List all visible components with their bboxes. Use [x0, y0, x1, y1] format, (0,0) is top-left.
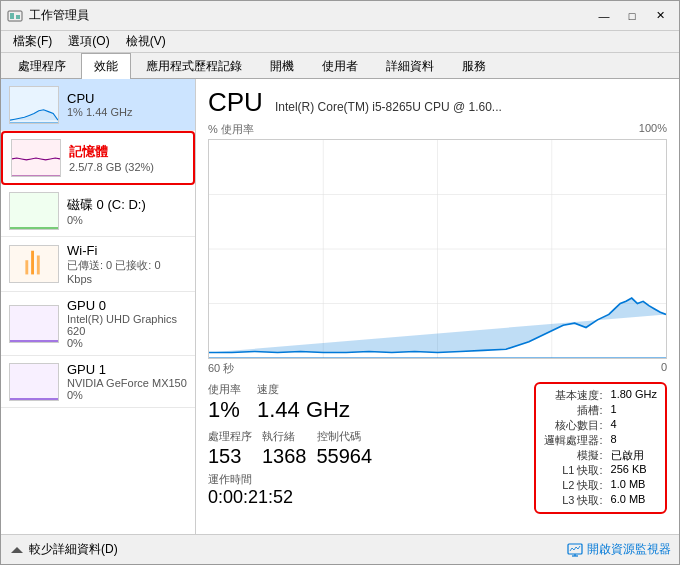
- memory-sidebar-name: 記憶體: [69, 143, 185, 161]
- virtualization-key: 模擬:: [544, 448, 602, 463]
- tab-bar: 處理程序 效能 應用程式歷程記錄 開機 使用者 詳細資料 服務: [1, 53, 679, 79]
- cores-val: 4: [611, 418, 657, 433]
- close-button[interactable]: ✕: [647, 6, 673, 26]
- l1-key: L1 快取:: [544, 463, 602, 478]
- processes-value: 153: [208, 444, 252, 468]
- sidebar-item-cpu[interactable]: CPU 1% 1.44 GHz: [1, 79, 195, 131]
- threads-value: 1368: [262, 444, 307, 468]
- l1-val: 256 KB: [611, 463, 657, 478]
- cpu-sidebar-detail: 1% 1.44 GHz: [67, 106, 187, 118]
- gpu1-sidebar-detail: NVIDIA GeForce MX150: [67, 377, 187, 389]
- disk-mini-graph: [9, 192, 59, 230]
- svg-marker-12: [11, 547, 23, 553]
- svg-rect-3: [31, 251, 34, 275]
- processes-label: 處理程序: [208, 429, 252, 444]
- processes-stat: 處理程序 153: [208, 429, 252, 468]
- sidebar-item-gpu1[interactable]: GPU 1 NVIDIA GeForce MX150 0%: [1, 356, 195, 408]
- wifi-sidebar-name: Wi-Fi: [67, 243, 187, 258]
- gpu1-sidebar-name: GPU 1: [67, 362, 187, 377]
- sockets-val: 1: [611, 403, 657, 418]
- l3-key: L3 快取:: [544, 493, 602, 508]
- disk-sidebar-name: 磁碟 0 (C: D:): [67, 196, 187, 214]
- panel-title: CPU: [208, 87, 263, 118]
- right-panel: CPU Intel(R) Core(TM) i5-8265U CPU @ 1.6…: [196, 79, 679, 534]
- open-monitor-button[interactable]: 開啟資源監視器: [567, 541, 671, 558]
- gpu0-sidebar-detail2: 0%: [67, 337, 187, 349]
- sidebar-item-gpu0[interactable]: GPU 0 Intel(R) UHD Graphics 620 0%: [1, 292, 195, 356]
- main-content: CPU 1% 1.44 GHz 記憶體 2.5/7.8 GB (32%): [1, 79, 679, 534]
- y-axis-label: % 使用率: [208, 122, 254, 137]
- handles-label: 控制代碼: [317, 429, 373, 444]
- wifi-mini-graph: [9, 245, 59, 283]
- base-speed-val: 1.80 GHz: [611, 388, 657, 403]
- tab-services[interactable]: 服務: [449, 53, 499, 79]
- speed-value: 1.44 GHz: [257, 397, 350, 423]
- disk-sidebar-info: 磁碟 0 (C: D:) 0%: [67, 196, 187, 226]
- menu-file[interactable]: 檔案(F): [5, 31, 60, 52]
- gpu1-sidebar-detail2: 0%: [67, 389, 187, 401]
- time-right: 0: [661, 361, 667, 376]
- less-detail-button[interactable]: 較少詳細資料(D): [9, 541, 118, 558]
- sidebar-item-memory[interactable]: 記憶體 2.5/7.8 GB (32%): [1, 131, 195, 185]
- tab-details[interactable]: 詳細資料: [373, 53, 447, 79]
- less-detail-label: 較少詳細資料(D): [29, 541, 118, 558]
- usage-label: 使用率: [208, 382, 241, 397]
- cpu-info-panel: 基本速度: 1.80 GHz 插槽: 1 核心數目: 4 邏輯處理器: 8 模擬…: [534, 382, 667, 514]
- handles-stat: 控制代碼 55964: [317, 429, 373, 468]
- title-bar-left: 工作管理員: [7, 7, 89, 24]
- tab-performance[interactable]: 效能: [81, 53, 131, 79]
- gpu0-sidebar-name: GPU 0: [67, 298, 187, 313]
- menu-view[interactable]: 檢視(V): [118, 31, 174, 52]
- main-window: 工作管理員 — □ ✕ 檔案(F) 選項(O) 檢視(V) 處理程序 效能 應用…: [0, 0, 680, 565]
- svg-rect-4: [37, 255, 40, 274]
- maximize-button[interactable]: □: [619, 6, 645, 26]
- usage-stat: 使用率 1%: [208, 382, 241, 423]
- speed-label: 速度: [257, 382, 350, 397]
- cpu-mini-graph: [9, 86, 59, 124]
- l2-key: L2 快取:: [544, 478, 602, 493]
- menu-options[interactable]: 選項(O): [60, 31, 117, 52]
- sidebar-item-disk[interactable]: 磁碟 0 (C: D:) 0%: [1, 185, 195, 237]
- uptime-label: 運作時間: [208, 472, 518, 487]
- bottom-bar: 較少詳細資料(D) 開啟資源監視器: [1, 534, 679, 564]
- tab-users[interactable]: 使用者: [309, 53, 371, 79]
- handles-value: 55964: [317, 444, 373, 468]
- chevron-up-icon: [9, 542, 25, 558]
- speed-stat: 速度 1.44 GHz: [257, 382, 350, 423]
- app-icon: [7, 8, 23, 24]
- usage-value: 1%: [208, 397, 241, 423]
- sockets-key: 插槽:: [544, 403, 602, 418]
- uptime-stat: 運作時間 0:00:21:52: [208, 472, 518, 509]
- logical-val: 8: [611, 433, 657, 448]
- stats-left: 使用率 1% 速度 1.44 GHz 處理程序 153: [208, 382, 518, 514]
- memory-mini-graph: [11, 139, 61, 177]
- svg-rect-1: [10, 13, 14, 19]
- threads-stat: 執行緒 1368: [262, 429, 307, 468]
- cpu-sidebar-info: CPU 1% 1.44 GHz: [67, 91, 187, 118]
- sidebar-item-wifi[interactable]: Wi-Fi 已傳送: 0 已接收: 0 Kbps: [1, 237, 195, 292]
- memory-sidebar-detail: 2.5/7.8 GB (32%): [69, 161, 185, 173]
- gpu0-mini-graph: [9, 305, 59, 343]
- open-monitor-label: 開啟資源監視器: [587, 541, 671, 558]
- uptime-value: 0:00:21:52: [208, 487, 518, 509]
- axis-labels: % 使用率 100%: [208, 122, 667, 137]
- gpu1-sidebar-info: GPU 1 NVIDIA GeForce MX150 0%: [67, 362, 187, 401]
- gpu0-sidebar-info: GPU 0 Intel(R) UHD Graphics 620 0%: [67, 298, 187, 349]
- monitor-icon: [567, 542, 583, 558]
- tab-startup[interactable]: 開機: [257, 53, 307, 79]
- panel-header: CPU Intel(R) Core(TM) i5-8265U CPU @ 1.6…: [208, 87, 667, 118]
- logical-key: 邏輯處理器:: [544, 433, 602, 448]
- memory-sidebar-info: 記憶體 2.5/7.8 GB (32%): [69, 143, 185, 173]
- base-speed-key: 基本速度:: [544, 388, 602, 403]
- wifi-sidebar-info: Wi-Fi 已傳送: 0 已接收: 0 Kbps: [67, 243, 187, 285]
- disk-sidebar-detail: 0%: [67, 214, 187, 226]
- y-axis-max: 100%: [639, 122, 667, 137]
- panel-subtitle: Intel(R) Core(TM) i5-8265U CPU @ 1.60...: [275, 100, 502, 114]
- cpu-sidebar-name: CPU: [67, 91, 187, 106]
- tab-processes[interactable]: 處理程序: [5, 53, 79, 79]
- l3-val: 6.0 MB: [611, 493, 657, 508]
- l2-val: 1.0 MB: [611, 478, 657, 493]
- minimize-button[interactable]: —: [591, 6, 617, 26]
- sidebar: CPU 1% 1.44 GHz 記憶體 2.5/7.8 GB (32%): [1, 79, 196, 534]
- tab-app-history[interactable]: 應用程式歷程記錄: [133, 53, 255, 79]
